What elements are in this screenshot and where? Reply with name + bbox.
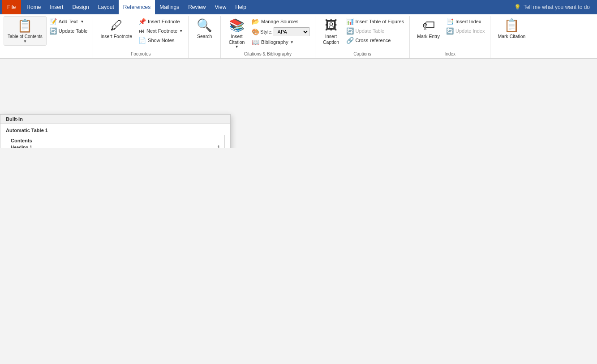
file-menu[interactable]: File <box>2 0 21 14</box>
captions-group-content: 🖼 InsertCaption 📊 Insert Table of Figure… <box>319 16 406 51</box>
update-table-icon: 🔄 <box>49 27 57 34</box>
insert-citation-button[interactable]: 📚 InsertCitation ▼ <box>224 16 249 51</box>
update-index-button[interactable]: 🔄 Update Index <box>444 26 486 35</box>
search-text[interactable]: Tell me what you want to do <box>524 4 590 10</box>
bibliography-icon: 📖 <box>252 39 259 46</box>
preview1-h1-page: 1 <box>217 145 220 148</box>
review-menu[interactable]: Review <box>184 0 210 14</box>
toc-icon: 📋 <box>17 18 33 33</box>
style-control[interactable]: 🎨 Style: APA MLA Chicago <box>250 26 311 37</box>
captions-small-buttons: 📊 Insert Table of Figures 🔄 Update Table… <box>344 16 406 46</box>
toc-dropdown: Built-In Automatic Table 1 Contents Head… <box>0 114 231 148</box>
next-footnote-arrow: ▼ <box>179 29 183 33</box>
insert-endnote-button[interactable]: 📌 Insert Endnote <box>137 17 185 26</box>
bibliography-arrow: ▼ <box>290 40 294 44</box>
help-menu[interactable]: Help <box>231 0 251 14</box>
content-area: Built-In Automatic Table 1 Contents Head… <box>0 59 597 148</box>
citations-ribbon-group: 📚 InsertCitation ▼ 📂 Manage Sources 🎨 St… <box>221 16 315 58</box>
search-label: Search <box>197 34 212 39</box>
toc-ribbon-group: 📋 Table of Contents ▼ 📝 Add Text ▼ 🔄 Upd… <box>0 16 93 58</box>
bibliography-label: Bibliography <box>261 39 288 45</box>
bibliography-button[interactable]: 📖 Bibliography ▼ <box>250 38 311 47</box>
mark-citation-ribbon-group: 📋 Mark Citation <box>490 16 533 58</box>
update-table-captions-button[interactable]: 🔄 Update Table <box>344 26 406 35</box>
mark-entry-button[interactable]: 🏷 Mark Entry <box>413 16 443 41</box>
auto-table-1-preview: Contents Heading 1 .....................… <box>6 135 225 148</box>
search-bar: 💡 Tell me what you want to do <box>512 0 595 14</box>
insert-table-of-figures-button[interactable]: 📊 Insert Table of Figures <box>344 17 406 26</box>
style-label: Style: <box>260 29 273 34</box>
footnotes-group-content: 🖊 Insert Footnote 📌 Insert Endnote ⏭ Nex… <box>97 16 185 51</box>
captions-group-label: Captions <box>319 51 406 58</box>
captions-ribbon-group: 🖼 InsertCaption 📊 Insert Table of Figure… <box>315 16 410 58</box>
show-notes-button[interactable]: 📄 Show Notes <box>137 36 185 45</box>
auto-table-1-title: Automatic Table 1 <box>6 128 225 133</box>
cross-ref-icon: 🔗 <box>346 37 354 44</box>
add-text-icon: 📝 <box>49 18 57 25</box>
update-captions-label: Update Table <box>356 28 385 34</box>
insert-menu[interactable]: Insert <box>45 0 68 14</box>
toc-label: Table of Contents <box>8 34 43 39</box>
update-table-label: Update Table <box>59 28 88 34</box>
update-captions-icon: 🔄 <box>346 27 354 34</box>
manage-sources-icon: 📂 <box>252 18 259 25</box>
insert-caption-icon: 🖼 <box>325 18 337 33</box>
footnote-small-buttons: 📌 Insert Endnote ⏭ Next Footnote ▼ 📄 Sho… <box>137 16 185 46</box>
mark-citation-group-label <box>494 56 529 58</box>
view-menu[interactable]: View <box>210 0 231 14</box>
search-group-label <box>192 56 217 58</box>
footnotes-group-label: Footnotes <box>97 51 185 58</box>
table-of-contents-button[interactable]: 📋 Table of Contents ▼ <box>4 16 47 46</box>
toc-group-content: 📋 Table of Contents ▼ 📝 Add Text ▼ 🔄 Upd… <box>4 16 89 56</box>
built-in-header: Built-In <box>0 115 230 124</box>
footnotes-ribbon-group: 🖊 Insert Footnote 📌 Insert Endnote ⏭ Nex… <box>93 16 189 58</box>
references-menu[interactable]: References <box>119 0 155 14</box>
index-group-content: 🏷 Mark Entry 📑 Insert Index 🔄 Update Ind… <box>413 16 486 51</box>
search-button[interactable]: 🔍 Search <box>192 16 217 41</box>
cross-ref-label: Cross-reference <box>356 38 391 43</box>
mark-entry-icon: 🏷 <box>422 18 435 33</box>
menu-bar: File Home Insert Design Layout Reference… <box>0 0 597 14</box>
style-icon: 🎨 <box>252 28 259 35</box>
insert-caption-button[interactable]: 🖼 InsertCaption <box>319 16 344 47</box>
add-text-label: Add Text <box>59 19 78 24</box>
next-footnote-label: Next Footnote <box>146 28 177 34</box>
index-ribbon-group: 🏷 Mark Entry 📑 Insert Index 🔄 Update Ind… <box>410 16 490 58</box>
mark-citation-button[interactable]: 📋 Mark Citation <box>494 16 529 41</box>
search-ribbon-group: 🔍 Search <box>189 16 221 58</box>
citations-group-content: 📚 InsertCitation ▼ 📂 Manage Sources 🎨 St… <box>224 16 311 51</box>
automatic-table-1-option[interactable]: Automatic Table 1 Contents Heading 1 ...… <box>0 124 230 148</box>
mark-citation-group-content: 📋 Mark Citation <box>494 16 529 56</box>
next-footnote-button[interactable]: ⏭ Next Footnote ▼ <box>137 26 185 35</box>
insert-citation-icon: 📚 <box>229 18 245 33</box>
citation-arrow: ▼ <box>235 45 239 49</box>
preview1-row1: Heading 1 ..............................… <box>11 145 220 148</box>
next-footnote-icon: ⏭ <box>138 27 145 34</box>
insert-index-button[interactable]: 📑 Insert Index <box>444 17 486 26</box>
insert-footnote-label: Insert Footnote <box>100 34 132 39</box>
manage-sources-button[interactable]: 📂 Manage Sources <box>250 17 311 26</box>
toc-dropdown-arrow: ▼ <box>23 39 27 43</box>
insert-citation-label: InsertCitation <box>229 34 245 45</box>
mailings-menu[interactable]: Mailings <box>155 0 184 14</box>
style-select[interactable]: APA MLA Chicago <box>274 27 309 36</box>
manage-sources-label: Manage Sources <box>261 19 298 24</box>
home-menu[interactable]: Home <box>22 0 45 14</box>
table-figures-label: Insert Table of Figures <box>356 19 404 24</box>
add-text-button[interactable]: 📝 Add Text ▼ <box>47 17 90 26</box>
layout-menu[interactable]: Layout <box>94 0 119 14</box>
insert-index-icon: 📑 <box>446 18 454 25</box>
search-group-content: 🔍 Search <box>192 16 217 56</box>
citation-small-buttons: 📂 Manage Sources 🎨 Style: APA MLA Chicag… <box>250 16 311 47</box>
preview1-h1-text: Heading 1 <box>11 145 38 148</box>
table-figures-icon: 📊 <box>346 18 354 25</box>
mark-citation-icon: 📋 <box>504 18 520 33</box>
mark-citation-label: Mark Citation <box>498 34 525 39</box>
update-table-button[interactable]: 🔄 Update Table <box>47 26 90 35</box>
search-icon: 🔍 <box>197 18 212 33</box>
design-menu[interactable]: Design <box>68 0 93 14</box>
cross-reference-button[interactable]: 🔗 Cross-reference <box>344 36 406 45</box>
insert-index-label: Insert Index <box>455 19 481 24</box>
preview1-title: Contents <box>11 138 220 143</box>
insert-footnote-button[interactable]: 🖊 Insert Footnote <box>97 16 136 41</box>
